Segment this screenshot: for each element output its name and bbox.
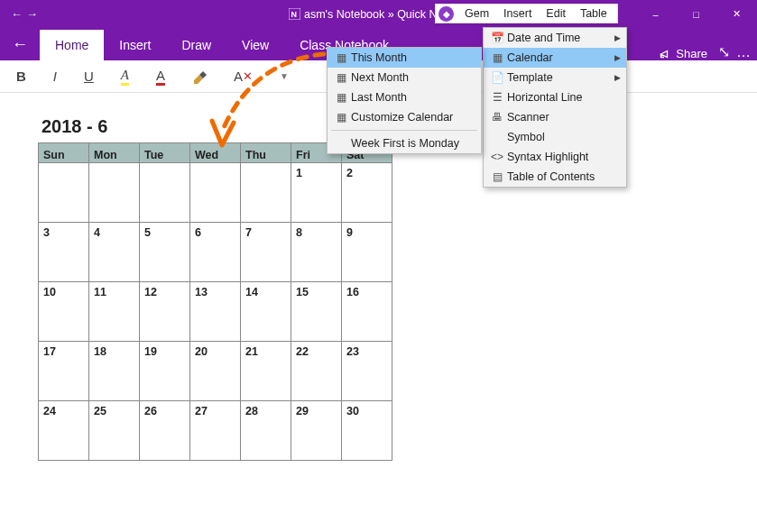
calendar-cell[interactable]: 23 xyxy=(342,342,392,401)
onenote-icon: N xyxy=(289,8,300,20)
hline-icon: ☰ xyxy=(487,91,507,104)
calendar-cell[interactable]: 2 xyxy=(342,163,392,223)
calendar-cell[interactable]: 10 xyxy=(39,282,89,342)
menu-item-label: Date and Time xyxy=(507,32,580,44)
calendar-row: 10 11 12 13 14 15 16 xyxy=(39,282,392,342)
menu-item-next-month[interactable]: ▦ Next Month xyxy=(328,68,481,87)
menu-item-this-month[interactable]: ▦ This Month xyxy=(328,48,481,68)
calendar-cell[interactable]: 18 xyxy=(89,342,140,401)
calendar-icon: ▦ xyxy=(331,71,351,84)
day-header-mon: Mon xyxy=(89,143,140,163)
share-button[interactable]: Share xyxy=(658,47,707,60)
calendar-cell[interactable]: 26 xyxy=(140,401,190,461)
calendar-cell[interactable]: 16 xyxy=(342,282,392,342)
menu-item-datetime[interactable]: 📅 Date and Time ▶ xyxy=(484,28,626,48)
calendar-cell[interactable]: 19 xyxy=(140,342,190,401)
calendar-cell[interactable]: 24 xyxy=(39,401,89,461)
calendar-cell[interactable]: 27 xyxy=(190,401,241,461)
calendar-cell[interactable]: 11 xyxy=(89,282,140,342)
maximize-button[interactable]: □ xyxy=(676,0,716,28)
more-icon[interactable]: … xyxy=(736,44,752,60)
syntax-icon: <> xyxy=(487,151,507,163)
calendar-cell[interactable]: 22 xyxy=(291,342,342,401)
calendar-cell[interactable]: 29 xyxy=(291,401,342,461)
minimize-button[interactable]: – xyxy=(635,0,676,28)
gem-icon[interactable]: ◆ xyxy=(439,6,454,22)
calendar-cell[interactable]: 9 xyxy=(342,223,392,282)
calendar-cell[interactable]: 12 xyxy=(140,282,190,342)
menu-item-label: This Month xyxy=(351,51,407,64)
gem-menu-edit[interactable]: Edit xyxy=(539,7,573,20)
share-label: Share xyxy=(676,47,707,60)
menu-item-template[interactable]: 📄 Template ▶ xyxy=(484,68,626,87)
calendar-icon: ▦ xyxy=(487,51,507,64)
gem-menu-insert[interactable]: Insert xyxy=(496,7,539,20)
calendar-cell[interactable]: 21 xyxy=(241,342,291,401)
menu-item-hline[interactable]: ☰ Horizontal Line xyxy=(484,87,626,107)
calendar-cell[interactable]: 8 xyxy=(291,223,342,282)
template-icon: 📄 xyxy=(487,71,507,84)
calendar-cell[interactable] xyxy=(241,163,291,223)
calendar-cell[interactable]: 15 xyxy=(291,282,342,342)
app-title: asm's Notebook » Quick N xyxy=(304,8,438,21)
share-icon xyxy=(658,48,670,60)
calendar-cell[interactable]: 17 xyxy=(39,342,89,401)
calendar-cell[interactable]: 20 xyxy=(190,342,241,401)
calendar-cell[interactable] xyxy=(39,163,89,223)
calendar-cell[interactable]: 3 xyxy=(39,223,89,282)
menu-item-calendar[interactable]: ▦ Calendar ▶ xyxy=(484,48,626,68)
calendar-icon: ▦ xyxy=(331,91,351,104)
menu-item-symbol[interactable]: Symbol xyxy=(484,127,626,147)
calendar-row: 24 25 26 27 28 29 30 xyxy=(39,401,392,461)
menu-item-scanner[interactable]: 🖶 Scanner xyxy=(484,107,626,127)
calendar-cell[interactable]: 13 xyxy=(190,282,241,342)
italic-button[interactable]: I xyxy=(53,69,57,84)
menu-item-label: Symbol xyxy=(507,131,545,143)
calendar-cell[interactable]: 1 xyxy=(291,163,342,223)
gem-menu-gem[interactable]: Gem xyxy=(457,7,496,20)
bold-button[interactable]: B xyxy=(16,69,26,84)
calendar-cell[interactable] xyxy=(190,163,241,223)
calendar-cell[interactable]: 25 xyxy=(89,401,140,461)
back-button[interactable]: ← xyxy=(0,28,40,60)
calendar-cell[interactable]: 4 xyxy=(89,223,140,282)
calendar-icon: ▦ xyxy=(331,111,351,124)
calendar-cell[interactable]: 6 xyxy=(190,223,241,282)
gem-menu-table[interactable]: Table xyxy=(573,7,614,20)
menu-item-toc[interactable]: ▤ Table of Contents xyxy=(484,167,626,187)
menu-item-week-first-monday[interactable]: Week First is Monday xyxy=(328,133,481,153)
datetime-icon: 📅 xyxy=(487,32,507,44)
calendar-row: 3 4 5 6 7 8 9 xyxy=(39,223,392,282)
fullscreen-icon[interactable]: ⤡ xyxy=(718,43,730,60)
toc-icon: ▤ xyxy=(487,170,507,183)
menu-item-label: Horizontal Line xyxy=(507,91,582,104)
nav-back-icon[interactable]: ← xyxy=(11,7,23,21)
menu-item-label: Syntax Highlight xyxy=(507,151,588,163)
highlight-button[interactable]: A xyxy=(121,68,129,86)
calendar-cell[interactable]: 5 xyxy=(140,223,190,282)
tab-home[interactable]: Home xyxy=(40,30,104,60)
gem-menubar: ◆ Gem Insert Edit Table xyxy=(435,4,618,23)
calendar-cell[interactable]: 14 xyxy=(241,282,291,342)
calendar-cell[interactable]: 30 xyxy=(342,401,392,461)
calendar-icon: ▦ xyxy=(331,51,351,64)
menu-item-label: Scanner xyxy=(507,111,549,124)
calendar-cell[interactable]: 28 xyxy=(241,401,291,461)
tab-insert[interactable]: Insert xyxy=(104,30,166,60)
font-color-button[interactable]: A xyxy=(156,68,165,86)
svg-text:N: N xyxy=(291,10,296,19)
calendar-cell[interactable] xyxy=(89,163,140,223)
calendar-cell[interactable] xyxy=(140,163,190,223)
calendar-cell[interactable]: 7 xyxy=(241,223,291,282)
menu-item-label: Customize Calendar xyxy=(351,111,453,124)
menu-item-last-month[interactable]: ▦ Last Month xyxy=(328,87,481,107)
clear-format-button[interactable] xyxy=(192,69,207,84)
underline-button[interactable]: U xyxy=(84,69,94,84)
menu-item-syntax[interactable]: <> Syntax Highlight xyxy=(484,147,626,167)
menu-item-label: Week First is Monday xyxy=(351,137,459,150)
menu-item-customize-calendar[interactable]: ▦ Customize Calendar xyxy=(328,107,481,127)
calendar-row: 17 18 19 20 21 22 23 xyxy=(39,342,392,401)
nav-forward-icon[interactable]: → xyxy=(26,7,38,21)
close-button[interactable]: ✕ xyxy=(716,0,757,28)
scanner-icon: 🖶 xyxy=(487,111,507,124)
